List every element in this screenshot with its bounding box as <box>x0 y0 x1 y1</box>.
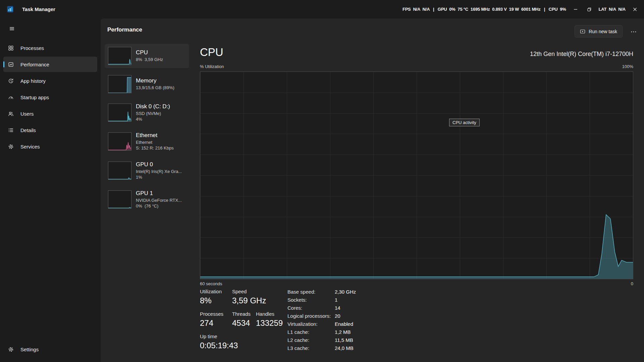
perf-card-title: GPU 0 <box>136 161 182 168</box>
perf-card-gpu1[interactable]: GPU 1 NVIDIA GeForce RTX... 0% (76 °C) <box>105 187 189 212</box>
startup-gauge-icon <box>8 95 14 100</box>
latency-osd-overlay: LAT N/A N/A <box>599 7 626 12</box>
gpu0-mini-graph <box>108 162 131 180</box>
perf-card-memory[interactable]: Memory 13,9/15,6 GB (89%) <box>105 72 189 96</box>
detail-value-base-speed: 2,30 GHz <box>335 289 356 295</box>
sidebar-item-details[interactable]: Details <box>3 122 97 138</box>
navigation-menu-button[interactable] <box>5 22 19 35</box>
detail-value-l2-cache: 11,5 MB <box>335 337 356 343</box>
more-options-button[interactable] <box>628 28 639 36</box>
detail-label: Logical processors: <box>287 313 335 319</box>
detail-value-logical-processors: 20 <box>335 313 356 319</box>
sidebar-item-label: Services <box>20 144 40 149</box>
sidebar-item-users[interactable]: Users <box>3 106 97 121</box>
titlebar[interactable]: Task Manager FPS N/A N/A | GPU 0% 75 °C … <box>0 0 644 18</box>
detail-label: L2 cache: <box>287 337 335 343</box>
sidebar-item-services[interactable]: Services <box>3 139 97 154</box>
details-list-icon <box>8 127 14 133</box>
detail-value-sockets: 1 <box>335 297 356 303</box>
perf-card-disk0[interactable]: Disk 0 (C: D:) SSD (NVMe) 4% <box>105 100 189 125</box>
perf-card-title: CPU <box>136 49 163 56</box>
detail-label: L1 cache: <box>287 329 335 335</box>
perf-card-detail: 8% 3,59 GHz <box>136 57 163 62</box>
minimize-button[interactable] <box>571 5 580 14</box>
perf-card-detail: SSD (NVMe) <box>136 111 170 116</box>
stat-value-speed: 3,59 GHz <box>232 296 266 306</box>
detail-label: L3 cache: <box>287 345 335 351</box>
memory-mini-graph <box>108 75 131 93</box>
run-new-task-button[interactable]: Run new task <box>575 25 623 38</box>
detail-label: Base speed: <box>287 289 335 295</box>
performance-osd-overlay: FPS N/A N/A | GPU 0% 75 °C 1695 MHz 0.89… <box>402 7 566 12</box>
cpu-utilization-series <box>200 72 633 279</box>
sidebar-item-label: Startup apps <box>20 95 49 100</box>
run-new-task-label: Run new task <box>589 29 617 34</box>
perf-card-title: Ethernet <box>136 132 174 139</box>
hamburger-icon <box>9 26 15 32</box>
sidebar-item-settings[interactable]: Settings <box>3 342 97 357</box>
detail-label: Virtualization: <box>287 321 335 327</box>
detail-value-cores: 14 <box>335 305 356 311</box>
settings-gear-icon <box>8 347 14 352</box>
perf-card-detail: 4% <box>136 116 170 122</box>
perf-card-detail: S: 152 R: 216 Kbps <box>136 145 174 151</box>
x-axis-left-label: 60 seconds <box>200 281 222 286</box>
cpu-utilization-graph[interactable]: CPU activity <box>200 71 633 279</box>
detail-label: Sockets: <box>287 297 335 303</box>
stat-value-handles: 133259 <box>256 318 283 328</box>
processes-grid-icon <box>8 45 14 51</box>
perf-card-title: Disk 0 (C: D:) <box>136 103 170 110</box>
ellipsis-icon <box>631 29 637 35</box>
window-title: Task Manager <box>22 6 55 12</box>
detail-value-l3-cache: 24,0 MB <box>335 345 356 351</box>
page-title: Performance <box>107 26 142 33</box>
detail-value-virtualization: Enabled <box>335 321 356 327</box>
cpu-details: Base speed: 2,30 GHz Sockets: 1 Cores: 1… <box>287 289 356 356</box>
stat-label: Utilization <box>200 289 232 294</box>
perf-card-detail: Ethernet <box>136 139 174 145</box>
sidebar-item-performance[interactable]: Performance <box>3 57 97 72</box>
perf-card-title: GPU 1 <box>136 190 182 197</box>
detail-value-l1-cache: 1,2 MB <box>335 329 356 335</box>
perf-card-detail: 1% <box>136 174 182 180</box>
main-content: Performance Run new task CPU 8% 3,59 GHz… <box>101 18 644 362</box>
cpu-panel-title: CPU <box>200 46 223 59</box>
cpu-mini-graph <box>108 47 131 65</box>
stat-value-uptime: 0:05:19:43 <box>200 341 238 351</box>
sidebar-item-label: Details <box>20 127 36 133</box>
maximize-button[interactable] <box>585 5 594 14</box>
perf-card-detail: NVIDIA GeForce RTX... <box>136 197 182 203</box>
sidebar-item-startup-apps[interactable]: Startup apps <box>3 89 97 105</box>
history-clock-icon <box>8 78 14 84</box>
task-manager-app-icon <box>7 6 14 13</box>
gpu1-mini-graph <box>108 190 131 208</box>
stat-label: Threads <box>232 311 256 317</box>
close-button[interactable] <box>631 5 639 14</box>
y-axis-max-label: 100% <box>622 64 633 69</box>
sidebar-item-processes[interactable]: Processes <box>3 40 97 56</box>
stat-value-utilization: 8% <box>200 296 232 306</box>
sidebar-item-label: Settings <box>20 347 39 352</box>
y-axis-label: % Utilization <box>200 64 224 69</box>
sidebar-item-label: App history <box>20 78 46 84</box>
perf-card-ethernet[interactable]: Ethernet Ethernet S: 152 R: 216 Kbps <box>105 129 189 154</box>
sidebar-nav: Processes Performance App history <box>0 39 101 155</box>
sidebar-item-app-history[interactable]: App history <box>3 73 97 88</box>
performance-list: CPU 8% 3,59 GHz Memory 13,9/15,6 GB (89%… <box>105 44 189 212</box>
x-axis-right-label: 0 <box>631 281 633 286</box>
perf-card-detail: Intel(R) Iris(R) Xe Gra... <box>136 169 182 174</box>
sidebar-item-label: Users <box>20 111 34 117</box>
perf-card-cpu[interactable]: CPU 8% 3,59 GHz <box>105 44 189 68</box>
performance-chart-icon <box>8 62 14 67</box>
perf-card-detail: 13,9/15,6 GB (89%) <box>136 85 174 90</box>
services-gear-icon <box>8 144 14 149</box>
stat-label: Handles <box>256 311 283 317</box>
minimize-icon <box>574 7 578 11</box>
cpu-activity-tooltip: CPU activity <box>449 119 480 126</box>
perf-card-gpu0[interactable]: GPU 0 Intel(R) Iris(R) Xe Gra... 1% <box>105 158 189 183</box>
disk-mini-graph <box>108 104 131 122</box>
stat-value-processes: 274 <box>200 318 232 328</box>
stat-value-threads: 4534 <box>232 318 256 328</box>
sidebar: Processes Performance App history <box>0 18 101 362</box>
stat-label: Speed <box>232 289 266 294</box>
